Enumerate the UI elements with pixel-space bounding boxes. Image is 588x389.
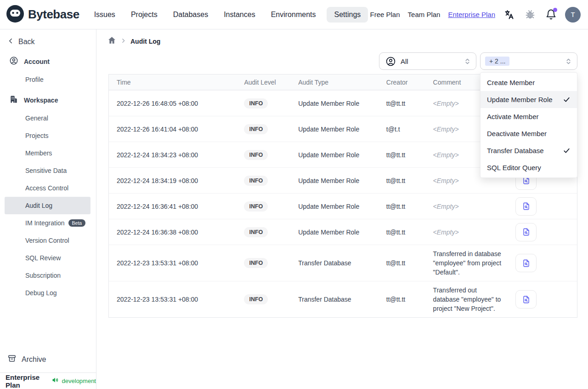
menu-item-label: Create Member	[487, 79, 535, 86]
settings-sidebar: Back Account Profile Workspace General P…	[0, 29, 96, 389]
back-button[interactable]: Back	[0, 29, 96, 50]
enterprise-plan-link[interactable]: Enterprise Plan	[448, 11, 495, 18]
menu-item-create-member[interactable]: Create Member	[481, 74, 577, 91]
navbar-right: Free Plan Team Plan Enterprise Plan T	[370, 7, 581, 23]
log-time: 2022-12-24 16:36:38 +08:00	[109, 229, 242, 236]
audit-type: Update Member Role	[297, 100, 385, 107]
main-nav: Issues Projects Databases Instances Envi…	[90, 7, 368, 23]
view-payload-button[interactable]	[515, 223, 537, 241]
brand-name: Bytebase	[28, 7, 79, 22]
bytebase-app: Bytebase Issues Projects Databases Insta…	[0, 0, 588, 389]
breadcrumb-current: Audit Log	[130, 38, 160, 45]
nav-item-databases[interactable]: Databases	[169, 7, 213, 23]
type-filter-count-chip: + 2 ...	[485, 57, 509, 66]
bug-report-icon[interactable]	[524, 8, 537, 21]
bytebase-logo-icon	[6, 5, 24, 24]
audit-type-filter-select[interactable]: + 2 ...	[480, 52, 577, 70]
table-row: 2022-12-23 13:53:31 +08:00 INFO Transfer…	[109, 281, 577, 317]
creator-filter-select[interactable]: All	[379, 52, 476, 70]
menu-item-label: Transfer Database	[487, 147, 544, 154]
environment-label: development	[62, 378, 96, 384]
table-row: 2022-12-24 16:36:38 +08:00 INFO Update M…	[109, 219, 577, 245]
log-time: 2022-12-24 16:36:41 +08:00	[109, 203, 242, 210]
notifications-bell-icon[interactable]	[544, 8, 557, 21]
sidebar-item-debug-log[interactable]: Debug Log	[5, 284, 90, 302]
bytebase-logo[interactable]: Bytebase	[6, 5, 79, 24]
home-icon[interactable]	[107, 36, 116, 46]
menu-item-transfer-database[interactable]: Transfer Database	[481, 142, 577, 159]
sidebar-item-members[interactable]: Members	[5, 144, 90, 162]
sidebar-item-label: Members	[25, 149, 52, 157]
menu-item-activate-member[interactable]: Activate Member	[481, 108, 577, 125]
team-plan-link[interactable]: Team Plan	[408, 11, 441, 18]
back-label: Back	[18, 38, 35, 46]
nav-item-projects[interactable]: Projects	[126, 7, 162, 23]
creator-filter-value: All	[401, 57, 408, 65]
log-time: 2022-12-26 16:41:04 +08:00	[109, 126, 242, 133]
nav-item-environments[interactable]: Environments	[266, 7, 321, 23]
audit-type: Update Member Role	[297, 126, 385, 133]
log-creator: tt@tt.tt	[385, 151, 433, 159]
sidebar-item-access-control[interactable]: Access Control	[5, 179, 90, 197]
log-creator: tt@tt.tt	[385, 100, 433, 107]
sidebar-item-label: Audit Log	[25, 202, 52, 209]
archive-button[interactable]: Archive	[0, 350, 96, 369]
sidebar-item-im-integration[interactable]: IM Integration Beta	[5, 214, 90, 232]
sidebar-item-label: Version Control	[25, 237, 69, 244]
log-time: 2022-12-24 18:34:19 +08:00	[109, 177, 242, 184]
check-icon	[563, 96, 571, 103]
free-plan-link[interactable]: Free Plan	[370, 11, 400, 18]
user-avatar[interactable]: T	[565, 7, 581, 23]
audit-type: Update Member Role	[297, 151, 385, 159]
view-payload-button[interactable]	[515, 290, 537, 309]
log-time: 2022-12-26 16:48:05 +08:00	[109, 100, 242, 107]
log-comment: <Empty>	[433, 202, 509, 211]
group-label-account: Account	[24, 58, 50, 65]
sidebar-item-sensitive-data[interactable]: Sensitive Data	[5, 162, 90, 179]
sidebar-item-label: General	[25, 114, 48, 122]
sidebar-item-label: Sensitive Data	[25, 167, 67, 174]
sidebar-item-sql-review[interactable]: SQL Review	[5, 249, 90, 267]
group-label-workspace: Workspace	[24, 97, 58, 104]
menu-item-deactivate-member[interactable]: Deactivate Member	[481, 125, 577, 142]
log-time: 2022-12-24 18:34:23 +08:00	[109, 151, 242, 159]
sidebar-item-subscription[interactable]: Subscription	[5, 267, 90, 284]
nav-item-instances[interactable]: Instances	[219, 7, 260, 23]
check-icon	[563, 147, 571, 154]
notification-dot	[553, 8, 557, 12]
audit-level-badge: INFO	[244, 124, 268, 134]
audit-type: Update Member Role	[297, 203, 385, 210]
view-payload-button[interactable]	[515, 197, 537, 216]
audit-level-badge: INFO	[244, 150, 268, 160]
sidebar-item-label: Profile	[25, 76, 44, 83]
sidebar-group-workspace: Workspace	[0, 88, 96, 109]
log-creator: tt@tt.tt	[385, 229, 433, 236]
sidebar-item-profile[interactable]: Profile	[5, 71, 90, 88]
audit-level-badge: INFO	[244, 294, 268, 304]
log-comment: Transferred in database "employee" from …	[433, 249, 509, 277]
translate-icon[interactable]	[503, 8, 516, 21]
menu-item-sql-editor-query[interactable]: SQL Editor Query	[481, 159, 577, 176]
sidebar-item-audit-log[interactable]: Audit Log	[5, 197, 90, 214]
chevron-left-icon	[6, 37, 15, 47]
sidebar-item-version-control[interactable]: Version Control	[5, 232, 90, 249]
audit-level-badge: INFO	[244, 176, 268, 186]
menu-item-update-member-role[interactable]: Update Member Role	[481, 91, 577, 108]
log-time: 2022-12-23 13:53:31 +08:00	[109, 296, 242, 303]
sidebar-item-general[interactable]: General	[5, 109, 90, 127]
chevron-right-icon	[120, 37, 126, 46]
sidebar-group-account: Account	[0, 50, 96, 71]
log-creator: tt@tt.tt	[385, 177, 433, 184]
sidebar-footer: Enterprise Plan development	[0, 372, 96, 389]
menu-item-label: Update Member Role	[487, 96, 553, 103]
nav-item-settings[interactable]: Settings	[327, 7, 368, 23]
view-payload-button[interactable]	[515, 254, 537, 272]
column-header-audit-level: Audit Level	[242, 79, 297, 86]
nav-item-issues[interactable]: Issues	[90, 7, 120, 23]
sidebar-item-projects[interactable]: Projects	[5, 127, 90, 144]
speaker-icon	[51, 376, 59, 386]
audit-type: Transfer Database	[297, 296, 385, 303]
log-creator: tt@tt.tt	[385, 259, 433, 267]
building-icon	[9, 95, 18, 106]
log-creator: tt@tt.tt	[385, 203, 433, 210]
